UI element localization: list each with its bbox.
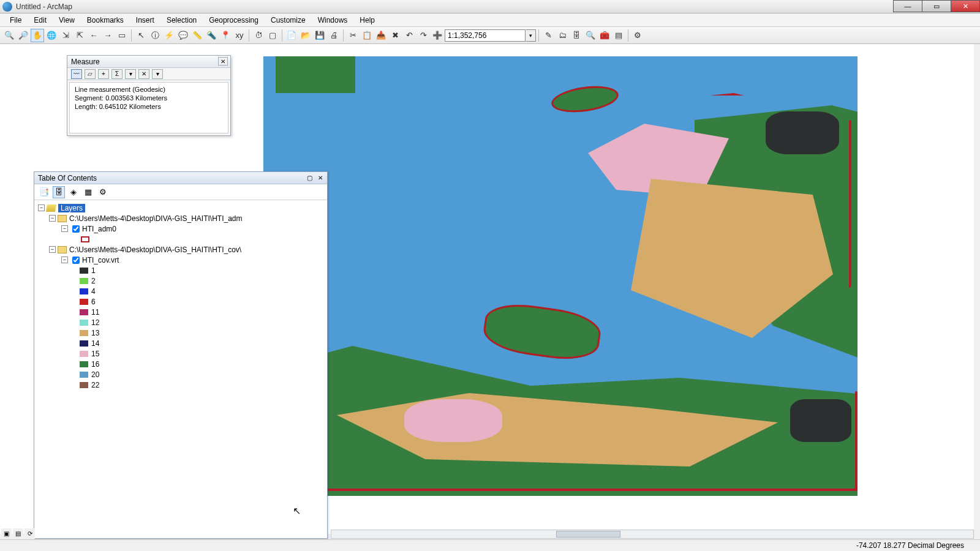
toc-pin-icon[interactable]: ▢ <box>305 173 314 182</box>
copy-icon[interactable]: 📋 <box>360 29 374 42</box>
new-icon[interactable]: 📄 <box>285 29 298 42</box>
legend-item[interactable]: 20 <box>36 369 326 380</box>
legend-item[interactable]: 14 <box>36 338 326 348</box>
expander-icon[interactable]: − <box>49 215 56 222</box>
scale-dropdown-icon[interactable]: ▾ <box>526 29 536 42</box>
legend-item[interactable]: 11 <box>36 307 326 317</box>
html-popup-icon[interactable]: 💬 <box>176 29 190 42</box>
zoom-out-icon[interactable]: 🔎 <box>17 29 30 42</box>
editor-toolbar-icon[interactable]: ✎ <box>541 29 555 42</box>
open-icon[interactable]: 📂 <box>299 29 312 42</box>
undo-icon[interactable]: ↶ <box>402 29 416 42</box>
expander-icon[interactable]: − <box>61 225 68 232</box>
full-extent-icon[interactable]: 🌐 <box>45 29 58 42</box>
measure-close-icon[interactable]: ✕ <box>218 57 228 66</box>
expander-icon[interactable]: − <box>38 204 45 211</box>
select-elements-icon[interactable]: ↖ <box>134 29 148 42</box>
measure-sum-icon[interactable]: Σ <box>111 69 123 79</box>
refresh-view-icon[interactable]: ⟳ <box>24 528 35 539</box>
toc-title-bar[interactable]: Table Of Contents ▢ ✕ <box>34 172 327 184</box>
zoom-in-icon[interactable]: 🔍 <box>2 29 16 42</box>
map-canvas[interactable] <box>263 56 858 496</box>
legend-item[interactable]: 12 <box>36 317 326 328</box>
menu-windows[interactable]: Windows <box>312 15 354 26</box>
layers-label[interactable]: Layers <box>58 204 85 212</box>
menu-view[interactable]: View <box>53 15 81 26</box>
add-data-icon[interactable]: ➕ <box>431 29 444 42</box>
list-by-drawing-order-icon[interactable]: 📑 <box>38 186 50 198</box>
fixed-zoom-out-icon[interactable]: ⇱ <box>73 29 86 42</box>
legend-item[interactable]: 16 <box>36 359 326 369</box>
list-by-selection-icon[interactable]: ▦ <box>82 186 94 198</box>
measure-area-icon[interactable]: ▱ <box>85 69 96 79</box>
legend-item[interactable]: 6 <box>36 296 326 307</box>
identify-icon[interactable]: ⓘ <box>148 29 162 42</box>
layer-visibility-checkbox[interactable] <box>72 225 80 233</box>
table-of-contents-panel[interactable]: Table Of Contents ▢ ✕ 📑 🗄 ◈ ▦ ⚙ − Layers… <box>34 171 328 539</box>
save-icon[interactable]: 💾 <box>313 29 326 42</box>
expander-icon[interactable]: − <box>61 257 68 263</box>
measure-feature-icon[interactable]: + <box>98 69 109 79</box>
maximize-button[interactable]: ▭ <box>922 0 951 12</box>
measure-tool-icon[interactable]: 📏 <box>190 29 204 42</box>
menu-edit[interactable]: Edit <box>28 15 53 26</box>
measure-clear-icon[interactable]: ✕ <box>138 69 149 79</box>
find-route-icon[interactable]: 📍 <box>219 29 232 42</box>
print-icon[interactable]: 🖨 <box>327 29 341 42</box>
data-source-group[interactable]: − C:\Users\Metts-4\Desktop\DIVA-GIS_HAIT… <box>36 244 326 255</box>
layer-visibility-checkbox[interactable] <box>72 257 80 264</box>
search-window-icon[interactable]: 🔍 <box>584 29 597 42</box>
layer-item[interactable]: − HTI_adm0 <box>36 223 326 234</box>
menu-file[interactable]: File <box>4 15 28 26</box>
catalog-icon[interactable]: 🗄 <box>570 29 583 42</box>
measure-line-icon[interactable]: 〰 <box>71 69 82 79</box>
layer-name[interactable]: HTI_cov.vrt <box>82 256 119 264</box>
menu-customize[interactable]: Customize <box>265 15 312 26</box>
redo-icon[interactable]: ↷ <box>417 29 430 42</box>
paste-icon[interactable]: 📥 <box>374 29 388 42</box>
layer-item[interactable]: − HTI_cov.vrt <box>36 255 326 265</box>
select-features-icon[interactable]: ▭ <box>115 29 129 42</box>
menu-selection[interactable]: Selection <box>160 15 203 26</box>
measure-type-dropdown-icon[interactable]: ▾ <box>152 69 163 79</box>
menu-help[interactable]: Help <box>353 15 381 26</box>
legend-item[interactable]: 22 <box>36 380 326 390</box>
list-by-visibility-icon[interactable]: ◈ <box>67 186 80 198</box>
forward-extent-icon[interactable]: → <box>101 29 115 42</box>
menu-insert[interactable]: Insert <box>130 15 160 26</box>
menu-geoprocessing[interactable]: Geoprocessing <box>203 15 265 26</box>
toc-close-icon[interactable]: ✕ <box>316 173 325 182</box>
horizontal-scrollbar[interactable] <box>331 530 974 539</box>
scrollbar-thumb[interactable] <box>556 531 620 538</box>
layer-name[interactable]: HTI_adm0 <box>82 225 116 233</box>
time-slider-icon[interactable]: ⏱ <box>252 29 265 42</box>
hyperlink-icon[interactable]: ⚡ <box>162 29 176 42</box>
fixed-zoom-in-icon[interactable]: ⇲ <box>59 29 72 42</box>
back-extent-icon[interactable]: ← <box>87 29 100 42</box>
menu-bookmarks[interactable]: Bookmarks <box>81 15 130 26</box>
arctoolbox-icon[interactable]: 🧰 <box>598 29 611 42</box>
cut-icon[interactable]: ✂ <box>346 29 360 42</box>
expander-icon[interactable]: − <box>49 246 56 253</box>
layout-view-tab[interactable]: ▤ <box>13 528 23 539</box>
measure-units-dropdown-icon[interactable]: ▾ <box>125 69 136 79</box>
measure-dialog[interactable]: Measure ✕ 〰 ▱ + Σ ▾ ✕ ▾ Line measurement… <box>67 55 231 136</box>
data-view-tab[interactable]: ▣ <box>1 528 12 539</box>
layer-symbol[interactable] <box>36 234 326 244</box>
close-button[interactable]: ✕ <box>951 0 980 12</box>
list-by-source-icon[interactable]: 🗄 <box>53 186 65 198</box>
create-viewer-icon[interactable]: ▢ <box>266 29 279 42</box>
data-source-group[interactable]: − C:\Users\Metts-4\Desktop\DIVA-GIS_HAIT… <box>36 213 326 223</box>
legend-item[interactable]: 15 <box>36 348 326 359</box>
toc-options-icon[interactable]: ⚙ <box>97 186 109 198</box>
delete-icon[interactable]: ✖ <box>388 29 402 42</box>
toc-icon[interactable]: 🗂 <box>556 29 569 42</box>
legend-item[interactable]: 2 <box>36 276 326 286</box>
measure-title-bar[interactable]: Measure ✕ <box>67 56 230 68</box>
legend-item[interactable]: 1 <box>36 265 326 276</box>
layers-root[interactable]: − Layers <box>36 203 326 213</box>
model-builder-icon[interactable]: ⚙ <box>631 29 644 42</box>
pan-icon[interactable]: ✋ <box>31 29 44 42</box>
minimize-button[interactable]: — <box>893 0 922 12</box>
python-window-icon[interactable]: ▤ <box>612 29 625 42</box>
